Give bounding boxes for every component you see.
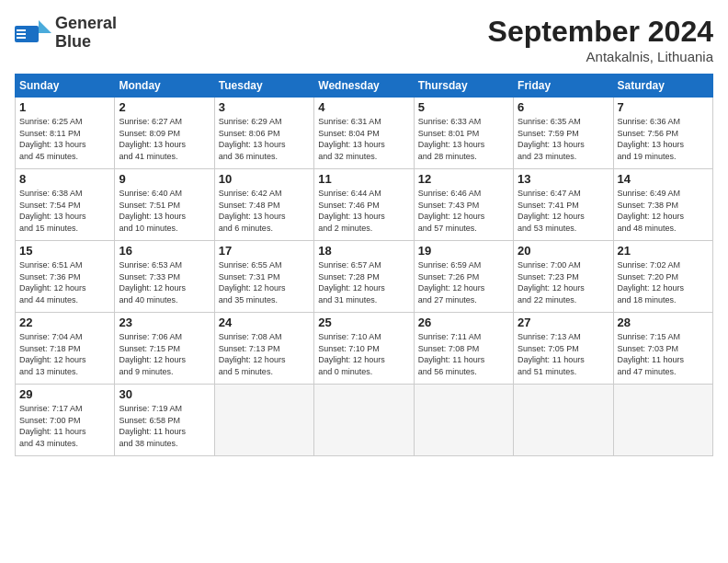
day-number: 25	[318, 316, 409, 329]
day-number: 29	[19, 387, 110, 401]
day-number: 18	[318, 244, 409, 258]
logo-line2: Blue	[55, 32, 91, 51]
calendar-cell: 28Sunrise: 7:15 AM Sunset: 7:03 PM Dayli…	[613, 313, 712, 385]
logo: General Blue	[15, 15, 117, 52]
day-number: 23	[119, 316, 210, 329]
calendar-cell	[314, 385, 414, 456]
day-number: 5	[418, 100, 509, 114]
day-info: Sunrise: 7:00 AM Sunset: 7:23 PM Dayligh…	[518, 259, 609, 305]
day-info: Sunrise: 6:57 AM Sunset: 7:28 PM Dayligh…	[318, 259, 409, 305]
calendar-cell: 11Sunrise: 6:44 AM Sunset: 7:46 PM Dayli…	[314, 169, 414, 241]
day-number: 8	[19, 172, 110, 186]
calendar-cell: 12Sunrise: 6:46 AM Sunset: 7:43 PM Dayli…	[414, 169, 513, 241]
weekday-header-monday: Monday	[115, 75, 214, 98]
day-number: 3	[219, 100, 310, 114]
logo-line1: General	[55, 14, 117, 32]
week-row-3: 15Sunrise: 6:51 AM Sunset: 7:36 PM Dayli…	[16, 241, 713, 313]
day-number: 2	[119, 100, 210, 114]
weekday-header-saturday: Saturday	[613, 75, 712, 98]
calendar-table: SundayMondayTuesdayWednesdayThursdayFrid…	[15, 74, 713, 456]
day-info: Sunrise: 7:08 AM Sunset: 7:13 PM Dayligh…	[219, 331, 310, 377]
weekday-header-tuesday: Tuesday	[214, 75, 313, 98]
day-number: 26	[418, 316, 509, 329]
title-block: September 2024 Antakalnis, Lithuania	[488, 15, 713, 64]
calendar-cell: 23Sunrise: 7:06 AM Sunset: 7:15 PM Dayli…	[115, 313, 214, 385]
day-info: Sunrise: 6:29 AM Sunset: 8:06 PM Dayligh…	[219, 116, 310, 162]
svg-rect-3	[17, 33, 26, 35]
calendar-cell: 25Sunrise: 7:10 AM Sunset: 7:10 PM Dayli…	[314, 313, 414, 385]
week-row-2: 8Sunrise: 6:38 AM Sunset: 7:54 PM Daylig…	[16, 169, 713, 241]
location: Antakalnis, Lithuania	[488, 49, 713, 64]
day-info: Sunrise: 6:55 AM Sunset: 7:31 PM Dayligh…	[219, 259, 310, 305]
calendar-cell	[514, 385, 613, 456]
calendar-cell: 29Sunrise: 7:17 AM Sunset: 7:00 PM Dayli…	[16, 385, 115, 456]
day-number: 16	[119, 244, 210, 258]
day-number: 19	[418, 244, 509, 258]
day-number: 6	[518, 100, 609, 114]
calendar-cell	[414, 385, 513, 456]
day-info: Sunrise: 7:17 AM Sunset: 7:00 PM Dayligh…	[19, 403, 110, 449]
calendar-cell: 5Sunrise: 6:33 AM Sunset: 8:01 PM Daylig…	[414, 98, 513, 169]
week-row-4: 22Sunrise: 7:04 AM Sunset: 7:18 PM Dayli…	[16, 313, 713, 385]
day-number: 21	[618, 244, 709, 258]
day-info: Sunrise: 6:38 AM Sunset: 7:54 PM Dayligh…	[19, 188, 110, 234]
calendar-cell: 24Sunrise: 7:08 AM Sunset: 7:13 PM Dayli…	[214, 313, 313, 385]
day-info: Sunrise: 6:59 AM Sunset: 7:26 PM Dayligh…	[418, 259, 509, 305]
day-info: Sunrise: 7:06 AM Sunset: 7:15 PM Dayligh…	[119, 331, 210, 377]
calendar-cell: 26Sunrise: 7:11 AM Sunset: 7:08 PM Dayli…	[414, 313, 513, 385]
day-info: Sunrise: 6:25 AM Sunset: 8:11 PM Dayligh…	[19, 116, 110, 162]
svg-rect-2	[17, 29, 26, 31]
logo-icon	[15, 17, 51, 50]
day-number: 9	[119, 172, 210, 186]
day-number: 10	[219, 172, 310, 186]
day-number: 17	[219, 244, 310, 258]
calendar-cell: 4Sunrise: 6:31 AM Sunset: 8:04 PM Daylig…	[314, 98, 414, 169]
day-info: Sunrise: 7:13 AM Sunset: 7:05 PM Dayligh…	[518, 331, 609, 377]
day-info: Sunrise: 6:44 AM Sunset: 7:46 PM Dayligh…	[318, 188, 409, 234]
calendar-cell: 1Sunrise: 6:25 AM Sunset: 8:11 PM Daylig…	[16, 98, 115, 169]
calendar-page: General Blue September 2024 Antakalnis, …	[0, 0, 728, 563]
calendar-cell: 21Sunrise: 7:02 AM Sunset: 7:20 PM Dayli…	[613, 241, 712, 313]
day-info: Sunrise: 6:42 AM Sunset: 7:48 PM Dayligh…	[219, 188, 310, 234]
calendar-cell: 22Sunrise: 7:04 AM Sunset: 7:18 PM Dayli…	[16, 313, 115, 385]
day-info: Sunrise: 7:10 AM Sunset: 7:10 PM Dayligh…	[318, 331, 409, 377]
calendar-cell: 20Sunrise: 7:00 AM Sunset: 7:23 PM Dayli…	[514, 241, 613, 313]
day-number: 4	[318, 100, 409, 114]
day-number: 7	[618, 100, 709, 114]
week-row-1: 1Sunrise: 6:25 AM Sunset: 8:11 PM Daylig…	[16, 98, 713, 169]
weekday-header-wednesday: Wednesday	[314, 75, 414, 98]
calendar-cell: 15Sunrise: 6:51 AM Sunset: 7:36 PM Dayli…	[16, 241, 115, 313]
calendar-cell: 7Sunrise: 6:36 AM Sunset: 7:56 PM Daylig…	[613, 98, 712, 169]
calendar-cell: 13Sunrise: 6:47 AM Sunset: 7:41 PM Dayli…	[514, 169, 613, 241]
svg-marker-1	[39, 20, 51, 33]
day-number: 1	[19, 100, 110, 114]
weekday-header-row: SundayMondayTuesdayWednesdayThursdayFrid…	[16, 75, 713, 98]
weekday-header-thursday: Thursday	[414, 75, 513, 98]
calendar-cell: 9Sunrise: 6:40 AM Sunset: 7:51 PM Daylig…	[115, 169, 214, 241]
calendar-cell: 10Sunrise: 6:42 AM Sunset: 7:48 PM Dayli…	[214, 169, 313, 241]
calendar-cell: 2Sunrise: 6:27 AM Sunset: 8:09 PM Daylig…	[115, 98, 214, 169]
calendar-cell: 30Sunrise: 7:19 AM Sunset: 6:58 PM Dayli…	[115, 385, 214, 456]
calendar-cell: 27Sunrise: 7:13 AM Sunset: 7:05 PM Dayli…	[514, 313, 613, 385]
day-info: Sunrise: 6:51 AM Sunset: 7:36 PM Dayligh…	[19, 259, 110, 305]
day-info: Sunrise: 6:36 AM Sunset: 7:56 PM Dayligh…	[618, 116, 709, 162]
day-number: 30	[119, 387, 210, 401]
day-number: 20	[518, 244, 609, 258]
day-number: 24	[219, 316, 310, 329]
day-info: Sunrise: 6:40 AM Sunset: 7:51 PM Dayligh…	[119, 188, 210, 234]
svg-rect-4	[17, 37, 26, 39]
day-number: 28	[618, 316, 709, 329]
calendar-cell	[214, 385, 313, 456]
day-number: 15	[19, 244, 110, 258]
calendar-cell: 6Sunrise: 6:35 AM Sunset: 7:59 PM Daylig…	[514, 98, 613, 169]
calendar-cell: 8Sunrise: 6:38 AM Sunset: 7:54 PM Daylig…	[16, 169, 115, 241]
week-row-5: 29Sunrise: 7:17 AM Sunset: 7:00 PM Dayli…	[16, 385, 713, 456]
calendar-cell	[613, 385, 712, 456]
day-info: Sunrise: 6:27 AM Sunset: 8:09 PM Dayligh…	[119, 116, 210, 162]
calendar-cell: 17Sunrise: 6:55 AM Sunset: 7:31 PM Dayli…	[214, 241, 313, 313]
header: General Blue September 2024 Antakalnis, …	[15, 15, 713, 64]
day-info: Sunrise: 7:19 AM Sunset: 6:58 PM Dayligh…	[119, 403, 210, 449]
day-info: Sunrise: 7:11 AM Sunset: 7:08 PM Dayligh…	[418, 331, 509, 377]
calendar-cell: 19Sunrise: 6:59 AM Sunset: 7:26 PM Dayli…	[414, 241, 513, 313]
day-info: Sunrise: 6:31 AM Sunset: 8:04 PM Dayligh…	[318, 116, 409, 162]
